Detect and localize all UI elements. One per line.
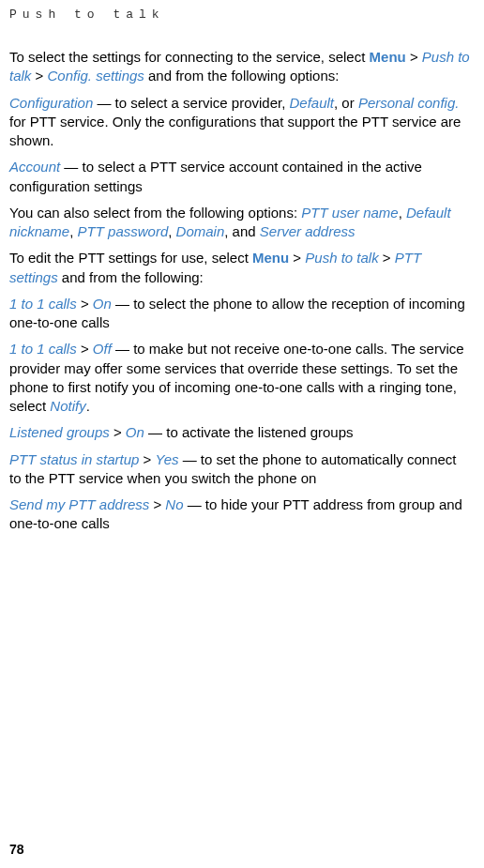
breadcrumb-sep: > bbox=[110, 424, 126, 440]
link-1to1-calls: 1 to 1 calls bbox=[9, 341, 77, 357]
paragraph-options: You can also select from the following o… bbox=[9, 204, 471, 242]
link-yes: Yes bbox=[156, 451, 179, 467]
text: . bbox=[86, 398, 90, 414]
link-no: No bbox=[165, 496, 183, 512]
link-personal-config: Personal config. bbox=[358, 95, 460, 111]
paragraph-listened-groups: Listened groups > On — to activate the l… bbox=[9, 423, 471, 442]
breadcrumb-sep: > bbox=[379, 250, 395, 266]
link-notify: Notify bbox=[50, 398, 85, 414]
link-domain: Domain bbox=[176, 223, 225, 239]
paragraph-intro: To select the settings for connecting to… bbox=[9, 48, 471, 86]
link-on: On bbox=[126, 424, 144, 440]
text: — to select a PTT service account contai… bbox=[9, 159, 422, 193]
link-config-settings: Config. settings bbox=[47, 68, 144, 84]
text: , and bbox=[224, 223, 260, 239]
link-ptt-status-startup: PTT status in startup bbox=[9, 451, 139, 467]
text: , bbox=[69, 223, 77, 239]
link-off: Off bbox=[93, 341, 112, 357]
paragraph-ptt-startup: PTT status in startup > Yes — to set the… bbox=[9, 450, 471, 489]
paragraph-account: Account — to select a PTT service accoun… bbox=[9, 158, 471, 196]
breadcrumb-sep: > bbox=[139, 451, 155, 467]
breadcrumb-sep: > bbox=[31, 68, 47, 84]
link-account: Account bbox=[9, 159, 60, 175]
text: You can also select from the following o… bbox=[9, 205, 301, 221]
text: , or bbox=[334, 95, 358, 111]
text: To select the settings for connecting to… bbox=[9, 49, 370, 65]
link-default: Default bbox=[290, 95, 335, 111]
text: To edit the PTT settings for use, select bbox=[9, 250, 252, 266]
text: and from the following: bbox=[58, 269, 204, 285]
link-push-to-talk: Push to talk bbox=[305, 250, 378, 266]
breadcrumb-sep: > bbox=[77, 296, 93, 312]
paragraph-edit-settings: To edit the PTT settings for use, select… bbox=[9, 249, 471, 287]
breadcrumb-sep: > bbox=[406, 49, 422, 65]
link-ptt-username: PTT user name bbox=[301, 205, 398, 221]
link-configuration: Configuration bbox=[9, 95, 93, 111]
paragraph-1to1-off: 1 to 1 calls > Off — to make but not rec… bbox=[9, 340, 471, 416]
text: for PTT service. Only the configurations… bbox=[9, 114, 461, 148]
menu-label: Menu bbox=[252, 250, 289, 266]
text: and from the following options: bbox=[144, 68, 340, 84]
link-1to1-calls: 1 to 1 calls bbox=[9, 296, 77, 312]
link-ptt-password: PTT password bbox=[78, 223, 169, 239]
breadcrumb-sep: > bbox=[289, 250, 305, 266]
paragraph-configuration: Configuration — to select a service prov… bbox=[9, 94, 471, 151]
paragraph-1to1-on: 1 to 1 calls > On — to select the phone … bbox=[9, 295, 471, 333]
text: , bbox=[168, 223, 175, 239]
text: , bbox=[399, 205, 406, 221]
paragraph-send-ptt-address: Send my PTT address > No — to hide your … bbox=[9, 495, 471, 534]
link-server-address: Server address bbox=[260, 223, 355, 239]
header-title: Push to talk bbox=[9, 8, 475, 22]
breadcrumb-sep: > bbox=[149, 496, 165, 512]
menu-label: Menu bbox=[370, 49, 406, 65]
breadcrumb-sep: > bbox=[77, 341, 93, 357]
link-on: On bbox=[93, 296, 112, 312]
document-content: To select the settings for connecting to… bbox=[9, 48, 475, 534]
link-listened-groups: Listened groups bbox=[9, 424, 110, 440]
link-send-ptt-address: Send my PTT address bbox=[9, 496, 149, 512]
text: — to activate the listened groups bbox=[144, 424, 354, 440]
text: — to select a service provider, bbox=[93, 95, 289, 111]
page-number: 78 bbox=[9, 842, 24, 857]
